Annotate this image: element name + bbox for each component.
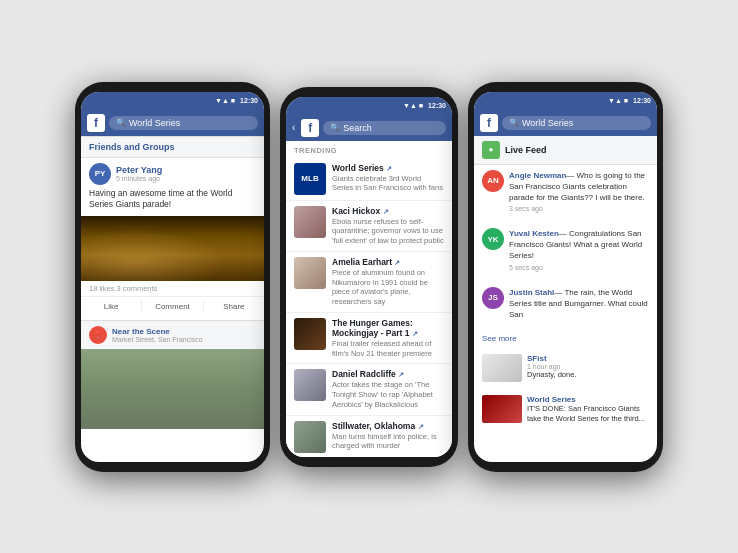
- signal-icon-m: ▼▲: [403, 102, 417, 109]
- see-more-button[interactable]: See more: [474, 331, 657, 346]
- post-name: Peter Yang: [116, 165, 256, 175]
- post-time: 5 minutes ago: [116, 175, 256, 182]
- trend-thumb-mlb: MLB: [294, 163, 326, 195]
- trend-content-amelia: Amelia Earhart ↗ Piece of aluminum found…: [332, 257, 444, 307]
- search-icon-left: 🔍: [116, 118, 126, 127]
- trend-item-hunger[interactable]: The Hunger Games: Mockingjay - Part 1 ↗ …: [286, 313, 452, 365]
- live-post-angie: AN Angie Newman— Who is going to the San…: [474, 165, 657, 221]
- avatar-initials-angie: AN: [487, 176, 499, 185]
- sfist-time: 1 hour ago: [527, 363, 649, 370]
- trend-title-worldseries: World Series ↗: [332, 163, 444, 173]
- trend-desc-stillwater: Man turns himself into police, is charge…: [332, 432, 444, 452]
- post-stats: 18 likes 3 comments: [81, 281, 264, 297]
- trend-content-daniel: Daniel Radcliffe ↗ Actor takes the stage…: [332, 369, 444, 409]
- search-box-left[interactable]: 🔍 World Series: [109, 116, 258, 130]
- search-box-middle[interactable]: 🔍 Search: [323, 121, 446, 135]
- fb-letter: f: [94, 117, 98, 129]
- trend-content-hunger: The Hunger Games: Mockingjay - Part 1 ↗ …: [332, 318, 444, 359]
- live-post-yuval: YK Yuval Kesten— Congratulations San Fra…: [474, 223, 657, 279]
- trend-desc-daniel: Actor takes the stage on 'The Tonight Sh…: [332, 380, 444, 409]
- fb-header-left: f 🔍 World Series: [81, 110, 264, 136]
- wifi-icon: ■: [231, 97, 235, 104]
- live-post-text-angie: Angie Newman— Who is going to the San Fr…: [509, 170, 649, 204]
- avatar-peter: PY: [89, 163, 111, 185]
- trend-title-hunger: The Hunger Games: Mockingjay - Part 1 ↗: [332, 318, 444, 338]
- trend-item-worldseries[interactable]: MLB World Series ↗ Giants celebrate 3rd …: [286, 158, 452, 201]
- comment-button[interactable]: Comment: [142, 300, 203, 313]
- live-thumb-post-wsdone[interactable]: World Series IT'S DONE: San Francisco Gi…: [474, 390, 657, 429]
- live-feed-title: Live Feed: [505, 145, 547, 155]
- trend-item-amelia[interactable]: Amelia Earhart ↗ Piece of aluminum found…: [286, 252, 452, 313]
- phone-left-screen: ▼▲ ■ 12:30 f 🔍 World Series Friends and …: [81, 92, 264, 462]
- live-thumb-post-sfist[interactable]: SFist 1 hour ago Dynasty, done.: [474, 349, 657, 387]
- phone-middle-screen: ▼▲ ■ 12:30 ‹ f 🔍 Search TRENDING: [286, 97, 452, 457]
- trend-desc-worldseries: Giants celebrate 3rd World Series in San…: [332, 174, 444, 194]
- live-post-header-justin: JS Justin Stahl— The rain, the World Ser…: [482, 287, 649, 321]
- wsdone-text: IT'S DONE: San Francisco Giants take the…: [527, 404, 649, 424]
- status-icons-right: ▼▲ ■ 12:30: [608, 97, 651, 104]
- search-icon-right: 🔍: [509, 118, 519, 127]
- phone-right: ▼▲ ■ 12:30 f 🔍 World Series ● Live Feed: [468, 82, 663, 472]
- near-pin-icon: 📍: [93, 331, 103, 340]
- wsdone-content: World Series IT'S DONE: San Francisco Gi…: [527, 395, 649, 424]
- near-scene-sub: Market Street, San Francisco: [112, 336, 203, 343]
- near-scene-section: 📍 Near the Scene Market Street, San Fran…: [81, 320, 264, 349]
- avatar-angie: AN: [482, 170, 504, 192]
- trend-content-stillwater: Stillwater, Oklahoma ↗ Man turns himself…: [332, 421, 444, 452]
- trending-label: TRENDING: [286, 141, 452, 158]
- trend-title-kaci: Kaci Hickox ↗: [332, 206, 444, 216]
- trend-item-kaci[interactable]: Kaci Hickox ↗ Ebola nurse refuses to sel…: [286, 201, 452, 252]
- phone-right-screen: ▼▲ ■ 12:30 f 🔍 World Series ● Live Feed: [474, 92, 657, 462]
- search-query-right: World Series: [522, 118, 573, 128]
- post-actions: Like Comment Share: [81, 297, 264, 316]
- fb-logo-right: f: [480, 114, 498, 132]
- share-button[interactable]: Share: [204, 300, 264, 313]
- trend-desc-hunger: Final trailer released ahead of film's N…: [332, 339, 444, 359]
- live-post-time-angie: 3 secs ago: [509, 205, 649, 212]
- live-post-meta-justin: Justin Stahl— The rain, the World Series…: [509, 287, 649, 321]
- trend-content-worldseries: World Series ↗ Giants celebrate 3rd Worl…: [332, 163, 444, 194]
- live-post-meta-angie: Angie Newman— Who is going to the San Fr…: [509, 170, 649, 213]
- trend-title-stillwater: Stillwater, Oklahoma ↗: [332, 421, 444, 431]
- like-button[interactable]: Like: [81, 300, 142, 313]
- fb-header-middle: ‹ f 🔍 Search: [286, 115, 452, 141]
- search-box-right[interactable]: 🔍 World Series: [502, 116, 651, 130]
- back-arrow-middle[interactable]: ‹: [292, 122, 295, 133]
- sfist-name: SFist: [527, 354, 649, 363]
- avatar-initials-yuval: YK: [487, 235, 498, 244]
- wifi-icon-r: ■: [624, 97, 628, 104]
- live-post-header-angie: AN Angie Newman— Who is going to the San…: [482, 170, 649, 213]
- phone-middle: ▼▲ ■ 12:30 ‹ f 🔍 Search TRENDING: [280, 87, 458, 467]
- fb-logo-middle: f: [301, 119, 319, 137]
- post-meta: Peter Yang 5 minutes ago: [116, 165, 256, 182]
- trend-link-icon: ↗: [386, 165, 392, 172]
- wifi-icon-m: ■: [419, 102, 423, 109]
- trend-thumb-kaci: [294, 206, 326, 238]
- search-icon-middle: 🔍: [330, 123, 340, 132]
- fb-letter-m: f: [308, 122, 312, 134]
- near-scene-meta: Near the Scene Market Street, San Franci…: [112, 327, 203, 343]
- status-bar-right: ▼▲ ■ 12:30: [474, 92, 657, 110]
- wsdone-thumb: [482, 395, 522, 423]
- sfist-text: Dynasty, done.: [527, 370, 649, 380]
- avatar-initials-justin: JS: [488, 293, 498, 302]
- search-query-left: World Series: [129, 118, 180, 128]
- signal-icon-r: ▼▲: [608, 97, 622, 104]
- post-text: Having an awesome time at the World Seri…: [81, 188, 264, 217]
- fb-header-right: f 🔍 World Series: [474, 110, 657, 136]
- scene: ▼▲ ■ 12:30 f 🔍 World Series Friends and …: [55, 62, 683, 492]
- wsdone-source: World Series: [527, 395, 649, 404]
- trend-item-stillwater[interactable]: Stillwater, Oklahoma ↗ Man turns himself…: [286, 416, 452, 457]
- trending-list: MLB World Series ↗ Giants celebrate 3rd …: [286, 158, 452, 457]
- live-post-meta-yuval: Yuval Kesten— Congratulations San Franci…: [509, 228, 649, 271]
- live-post-time-yuval: 5 secs ago: [509, 264, 649, 271]
- trend-desc-kaci: Ebola nurse refuses to self-quarantine; …: [332, 217, 444, 246]
- near-icon: 📍: [89, 326, 107, 344]
- search-placeholder-middle: Search: [343, 123, 372, 133]
- trend-item-daniel[interactable]: Daniel Radcliffe ↗ Actor takes the stage…: [286, 364, 452, 415]
- post-header: PY Peter Yang 5 minutes ago: [81, 158, 264, 188]
- status-time-middle: 12:30: [428, 102, 446, 109]
- post-card: PY Peter Yang 5 minutes ago Having an aw…: [81, 158, 264, 317]
- avatar-initials-peter: PY: [95, 169, 106, 178]
- sfist-content: SFist 1 hour ago Dynasty, done.: [527, 354, 649, 380]
